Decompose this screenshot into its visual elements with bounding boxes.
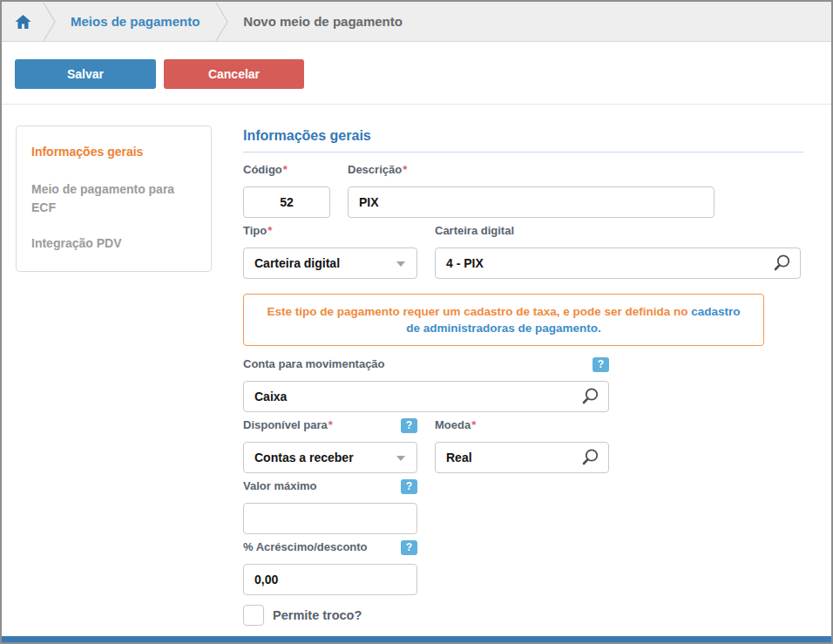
acrescimo-desconto-input[interactable] xyxy=(243,564,417,595)
sidebar-item-integracao-pdv[interactable]: Integração PDV xyxy=(31,234,196,253)
form-section-nav: Informações gerais Meio de pagamento par… xyxy=(16,125,212,272)
field-codigo: Código* xyxy=(243,163,330,218)
disponivel-para-label: Disponível para* xyxy=(243,418,333,431)
chevron-separator-icon xyxy=(43,2,57,42)
valor-maximo-label: Valor máximo xyxy=(243,479,317,492)
conta-movimentacao-label: Conta para movimentação xyxy=(243,357,385,370)
footer-accent-bar xyxy=(2,636,831,642)
required-asterisk: * xyxy=(403,163,407,176)
field-descricao: Descrição* xyxy=(348,163,714,218)
toolbar-divider xyxy=(2,104,831,105)
breadcrumb: Meios de pagamento Novo meio de pagament… xyxy=(2,2,831,42)
descricao-label: Descrição* xyxy=(348,163,407,176)
required-asterisk: * xyxy=(283,163,288,176)
field-carteira-digital: Carteira digital xyxy=(435,224,801,279)
sidebar-item-meio-pagamento-ecf[interactable]: Meio de pagamento para ECF xyxy=(31,180,196,217)
field-disponivel-para: Disponível para* ? Contas a receber xyxy=(243,418,417,473)
valor-maximo-input[interactable] xyxy=(243,503,417,534)
moeda-label: Moeda* xyxy=(435,418,476,431)
permite-troco-checkbox[interactable] xyxy=(243,605,264,626)
permite-troco-label: Permite troco? xyxy=(273,608,362,622)
section-title: Informações gerais xyxy=(243,128,803,153)
field-moeda: Moeda* xyxy=(435,418,609,473)
warning-text: Este tipo de pagamento requer um cadastr… xyxy=(267,305,691,318)
field-conta-movimentacao: Conta para movimentação ? xyxy=(243,357,609,412)
required-asterisk: * xyxy=(268,224,272,237)
search-icon[interactable] xyxy=(579,385,601,411)
help-icon[interactable]: ? xyxy=(401,540,417,555)
chevron-separator-icon xyxy=(215,2,229,42)
chevron-down-icon xyxy=(396,261,405,267)
required-asterisk: * xyxy=(328,418,333,431)
carteira-digital-label: Carteira digital xyxy=(435,224,514,237)
chevron-down-icon xyxy=(396,456,405,461)
descricao-input[interactable] xyxy=(348,186,714,218)
tipo-label: Tipo* xyxy=(243,224,272,237)
payment-method-window: Meios de pagamento Novo meio de pagament… xyxy=(0,0,833,644)
breadcrumb-item-current: Novo meio de pagamento xyxy=(243,14,403,29)
disponivel-para-select[interactable]: Contas a receber xyxy=(243,442,417,473)
required-asterisk: * xyxy=(471,418,476,431)
general-info-form: Informações gerais Código* Descrição* Ti… xyxy=(243,128,803,634)
save-button[interactable]: Salvar xyxy=(15,59,156,89)
permite-troco-row[interactable]: Permite troco? xyxy=(243,605,362,626)
carteira-digital-input[interactable] xyxy=(435,247,801,279)
acrescimo-desconto-label: % Acréscimo/desconto xyxy=(243,540,368,553)
tax-warning-message: Este tipo de pagamento requer um cadastr… xyxy=(243,294,764,346)
sidebar-item-informacoes-gerais[interactable]: Informações gerais xyxy=(31,143,196,161)
help-icon[interactable]: ? xyxy=(401,479,417,494)
codigo-input[interactable] xyxy=(243,186,330,218)
field-acrescimo-desconto: % Acréscimo/desconto ? xyxy=(243,540,417,595)
help-icon[interactable]: ? xyxy=(593,357,609,372)
help-icon[interactable]: ? xyxy=(401,418,417,433)
disponivel-para-selected-value: Contas a receber xyxy=(254,451,354,464)
tipo-select[interactable]: Carteira digital xyxy=(243,247,417,279)
search-icon[interactable] xyxy=(770,252,793,278)
codigo-label: Código* xyxy=(243,163,288,176)
tipo-selected-value: Carteira digital xyxy=(254,256,340,270)
cancel-button[interactable]: Cancelar xyxy=(164,59,304,89)
conta-movimentacao-input[interactable] xyxy=(243,381,609,412)
search-icon[interactable] xyxy=(579,446,601,472)
breadcrumb-item-meios-de-pagamento[interactable]: Meios de pagamento xyxy=(71,14,200,29)
field-valor-maximo: Valor máximo ? xyxy=(243,479,417,534)
field-tipo: Tipo* Carteira digital xyxy=(243,224,417,279)
home-icon[interactable] xyxy=(14,13,32,31)
